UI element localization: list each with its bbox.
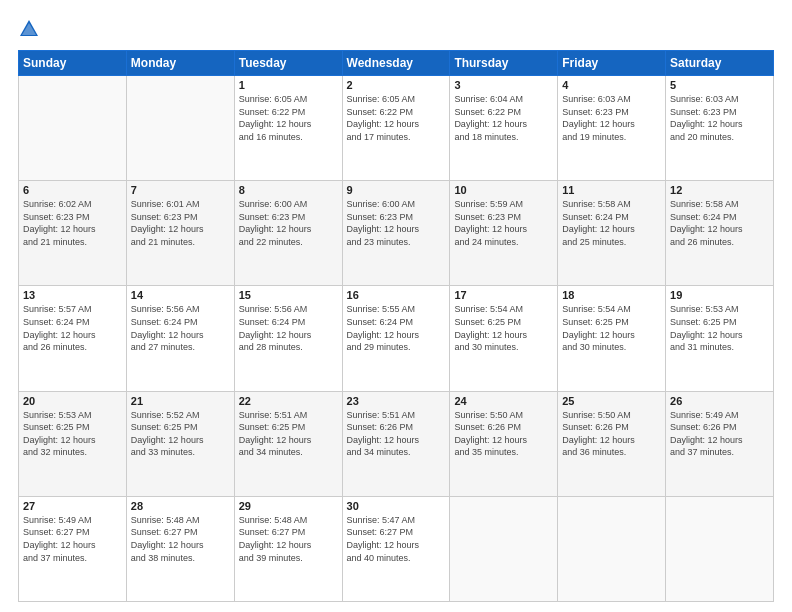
day-number: 9 xyxy=(347,184,446,196)
calendar-cell: 28Sunrise: 5:48 AM Sunset: 6:27 PM Dayli… xyxy=(126,496,234,601)
week-row-5: 27Sunrise: 5:49 AM Sunset: 6:27 PM Dayli… xyxy=(19,496,774,601)
day-number: 18 xyxy=(562,289,661,301)
day-info: Sunrise: 6:03 AM Sunset: 6:23 PM Dayligh… xyxy=(562,93,661,143)
day-number: 3 xyxy=(454,79,553,91)
day-number: 15 xyxy=(239,289,338,301)
day-info: Sunrise: 5:54 AM Sunset: 6:25 PM Dayligh… xyxy=(454,303,553,353)
day-info: Sunrise: 5:56 AM Sunset: 6:24 PM Dayligh… xyxy=(239,303,338,353)
calendar-cell: 7Sunrise: 6:01 AM Sunset: 6:23 PM Daylig… xyxy=(126,181,234,286)
calendar-cell: 11Sunrise: 5:58 AM Sunset: 6:24 PM Dayli… xyxy=(558,181,666,286)
weekday-header-monday: Monday xyxy=(126,51,234,76)
day-number: 2 xyxy=(347,79,446,91)
day-number: 13 xyxy=(23,289,122,301)
day-info: Sunrise: 6:00 AM Sunset: 6:23 PM Dayligh… xyxy=(347,198,446,248)
day-info: Sunrise: 5:47 AM Sunset: 6:27 PM Dayligh… xyxy=(347,514,446,564)
day-number: 24 xyxy=(454,395,553,407)
day-number: 8 xyxy=(239,184,338,196)
day-info: Sunrise: 5:57 AM Sunset: 6:24 PM Dayligh… xyxy=(23,303,122,353)
day-number: 7 xyxy=(131,184,230,196)
day-number: 17 xyxy=(454,289,553,301)
week-row-4: 20Sunrise: 5:53 AM Sunset: 6:25 PM Dayli… xyxy=(19,391,774,496)
calendar-cell: 18Sunrise: 5:54 AM Sunset: 6:25 PM Dayli… xyxy=(558,286,666,391)
logo xyxy=(18,18,44,40)
day-info: Sunrise: 5:48 AM Sunset: 6:27 PM Dayligh… xyxy=(239,514,338,564)
calendar-cell xyxy=(666,496,774,601)
day-info: Sunrise: 5:52 AM Sunset: 6:25 PM Dayligh… xyxy=(131,409,230,459)
day-number: 27 xyxy=(23,500,122,512)
calendar-cell: 2Sunrise: 6:05 AM Sunset: 6:22 PM Daylig… xyxy=(342,76,450,181)
day-number: 21 xyxy=(131,395,230,407)
calendar-table: SundayMondayTuesdayWednesdayThursdayFrid… xyxy=(18,50,774,602)
day-number: 14 xyxy=(131,289,230,301)
day-number: 11 xyxy=(562,184,661,196)
day-info: Sunrise: 5:58 AM Sunset: 6:24 PM Dayligh… xyxy=(562,198,661,248)
day-number: 30 xyxy=(347,500,446,512)
calendar-cell: 21Sunrise: 5:52 AM Sunset: 6:25 PM Dayli… xyxy=(126,391,234,496)
calendar-cell: 6Sunrise: 6:02 AM Sunset: 6:23 PM Daylig… xyxy=(19,181,127,286)
calendar-cell: 15Sunrise: 5:56 AM Sunset: 6:24 PM Dayli… xyxy=(234,286,342,391)
day-number: 22 xyxy=(239,395,338,407)
calendar-cell: 20Sunrise: 5:53 AM Sunset: 6:25 PM Dayli… xyxy=(19,391,127,496)
day-info: Sunrise: 6:04 AM Sunset: 6:22 PM Dayligh… xyxy=(454,93,553,143)
calendar-cell: 8Sunrise: 6:00 AM Sunset: 6:23 PM Daylig… xyxy=(234,181,342,286)
calendar-cell: 17Sunrise: 5:54 AM Sunset: 6:25 PM Dayli… xyxy=(450,286,558,391)
day-info: Sunrise: 5:50 AM Sunset: 6:26 PM Dayligh… xyxy=(562,409,661,459)
day-number: 12 xyxy=(670,184,769,196)
calendar-cell: 10Sunrise: 5:59 AM Sunset: 6:23 PM Dayli… xyxy=(450,181,558,286)
day-info: Sunrise: 5:56 AM Sunset: 6:24 PM Dayligh… xyxy=(131,303,230,353)
calendar-cell: 22Sunrise: 5:51 AM Sunset: 6:25 PM Dayli… xyxy=(234,391,342,496)
calendar-cell: 12Sunrise: 5:58 AM Sunset: 6:24 PM Dayli… xyxy=(666,181,774,286)
day-info: Sunrise: 5:51 AM Sunset: 6:26 PM Dayligh… xyxy=(347,409,446,459)
day-info: Sunrise: 5:58 AM Sunset: 6:24 PM Dayligh… xyxy=(670,198,769,248)
day-number: 4 xyxy=(562,79,661,91)
day-number: 6 xyxy=(23,184,122,196)
calendar-cell xyxy=(19,76,127,181)
week-row-3: 13Sunrise: 5:57 AM Sunset: 6:24 PM Dayli… xyxy=(19,286,774,391)
calendar-cell: 13Sunrise: 5:57 AM Sunset: 6:24 PM Dayli… xyxy=(19,286,127,391)
day-info: Sunrise: 5:51 AM Sunset: 6:25 PM Dayligh… xyxy=(239,409,338,459)
weekday-header-tuesday: Tuesday xyxy=(234,51,342,76)
day-info: Sunrise: 6:05 AM Sunset: 6:22 PM Dayligh… xyxy=(239,93,338,143)
calendar-cell: 16Sunrise: 5:55 AM Sunset: 6:24 PM Dayli… xyxy=(342,286,450,391)
calendar-cell: 26Sunrise: 5:49 AM Sunset: 6:26 PM Dayli… xyxy=(666,391,774,496)
day-number: 5 xyxy=(670,79,769,91)
week-row-1: 1Sunrise: 6:05 AM Sunset: 6:22 PM Daylig… xyxy=(19,76,774,181)
calendar-cell: 25Sunrise: 5:50 AM Sunset: 6:26 PM Dayli… xyxy=(558,391,666,496)
weekday-header-sunday: Sunday xyxy=(19,51,127,76)
calendar-cell: 24Sunrise: 5:50 AM Sunset: 6:26 PM Dayli… xyxy=(450,391,558,496)
day-info: Sunrise: 6:00 AM Sunset: 6:23 PM Dayligh… xyxy=(239,198,338,248)
day-info: Sunrise: 6:02 AM Sunset: 6:23 PM Dayligh… xyxy=(23,198,122,248)
calendar-cell: 23Sunrise: 5:51 AM Sunset: 6:26 PM Dayli… xyxy=(342,391,450,496)
logo-icon xyxy=(18,18,40,40)
calendar-cell: 19Sunrise: 5:53 AM Sunset: 6:25 PM Dayli… xyxy=(666,286,774,391)
calendar-cell: 9Sunrise: 6:00 AM Sunset: 6:23 PM Daylig… xyxy=(342,181,450,286)
calendar-cell xyxy=(558,496,666,601)
weekday-header-friday: Friday xyxy=(558,51,666,76)
calendar-cell: 14Sunrise: 5:56 AM Sunset: 6:24 PM Dayli… xyxy=(126,286,234,391)
calendar-cell: 4Sunrise: 6:03 AM Sunset: 6:23 PM Daylig… xyxy=(558,76,666,181)
week-row-2: 6Sunrise: 6:02 AM Sunset: 6:23 PM Daylig… xyxy=(19,181,774,286)
calendar-cell: 27Sunrise: 5:49 AM Sunset: 6:27 PM Dayli… xyxy=(19,496,127,601)
day-number: 16 xyxy=(347,289,446,301)
day-number: 23 xyxy=(347,395,446,407)
calendar-cell xyxy=(126,76,234,181)
day-info: Sunrise: 6:01 AM Sunset: 6:23 PM Dayligh… xyxy=(131,198,230,248)
calendar-cell: 1Sunrise: 6:05 AM Sunset: 6:22 PM Daylig… xyxy=(234,76,342,181)
day-info: Sunrise: 5:50 AM Sunset: 6:26 PM Dayligh… xyxy=(454,409,553,459)
day-number: 26 xyxy=(670,395,769,407)
day-number: 19 xyxy=(670,289,769,301)
day-number: 1 xyxy=(239,79,338,91)
page: SundayMondayTuesdayWednesdayThursdayFrid… xyxy=(0,0,792,612)
day-info: Sunrise: 6:03 AM Sunset: 6:23 PM Dayligh… xyxy=(670,93,769,143)
day-info: Sunrise: 5:55 AM Sunset: 6:24 PM Dayligh… xyxy=(347,303,446,353)
day-info: Sunrise: 5:53 AM Sunset: 6:25 PM Dayligh… xyxy=(23,409,122,459)
weekday-header-thursday: Thursday xyxy=(450,51,558,76)
header xyxy=(18,18,774,40)
weekday-header-row: SundayMondayTuesdayWednesdayThursdayFrid… xyxy=(19,51,774,76)
calendar-cell: 30Sunrise: 5:47 AM Sunset: 6:27 PM Dayli… xyxy=(342,496,450,601)
calendar-cell xyxy=(450,496,558,601)
day-info: Sunrise: 5:48 AM Sunset: 6:27 PM Dayligh… xyxy=(131,514,230,564)
day-info: Sunrise: 5:49 AM Sunset: 6:26 PM Dayligh… xyxy=(670,409,769,459)
day-info: Sunrise: 5:53 AM Sunset: 6:25 PM Dayligh… xyxy=(670,303,769,353)
day-number: 25 xyxy=(562,395,661,407)
